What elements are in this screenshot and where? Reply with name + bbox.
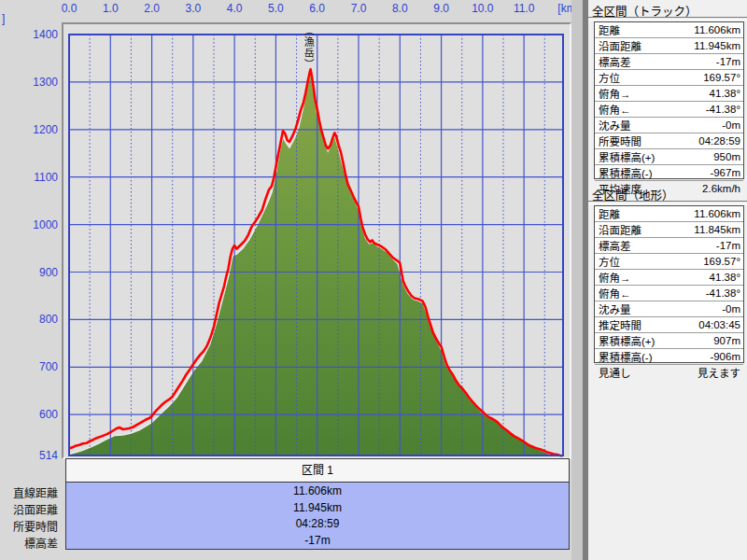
stat-row: 所要時間04:28:59 [595,133,743,149]
section-values: 11.606km11.945km04:28:59-17m [66,483,569,549]
stat-value: 11.606km [694,208,740,219]
section-header[interactable]: 区間 1 [66,459,569,483]
stat-row: 距離11.606km [595,206,743,222]
x-tick-label: 9.0 [426,2,458,15]
track-graph-window: ] 0.01.02.03.04.05.06.07.08.09.010.011.0… [0,0,747,560]
y-tick-label: 800 [4,313,58,326]
stat-label: 累積標高(+) [599,149,655,164]
stat-row: 標高差-17m [595,54,743,70]
stat-row: 俯角→41.38° [595,270,743,286]
peak-annotation: （漁岳） [303,25,314,70]
x-tick-label: 3.0 [177,2,209,15]
stat-value: 見えます [698,365,740,380]
stats-sidebar: 全区間（トラック） 距離11.606km沿面距離11.945km標高差-17m方… [588,0,747,560]
panel-title-track: 全区間（トラック） [592,2,743,17]
stat-value: 907m [713,335,740,346]
stat-value: -967m [710,167,740,178]
stat-value: 11.606km [694,24,740,35]
stat-value: -906m [710,351,740,362]
section-value: 11.945km [66,501,569,514]
stat-label: 俯角← [599,286,631,301]
section-row-label: 直線距離 [0,484,58,500]
x-tick-label: 8.0 [384,2,416,15]
pane-splitter[interactable] [571,0,588,560]
y-tick-label: 1000 [4,218,58,231]
stat-label: 沿面距離 [599,222,641,237]
stat-row: 累積標高(+)950m [595,149,743,165]
y-tick-label: 600 [4,408,58,421]
x-tick-label: 7.0 [343,2,374,15]
elevation-graph-pane: ] 0.01.02.03.04.05.06.07.08.09.010.011.0… [0,0,571,560]
y-tick-label: 900 [4,266,58,279]
x-tick-label: 5.0 [260,2,291,15]
stat-value: 950m [713,151,740,162]
stat-value: 11.845km [694,224,740,235]
y-tick-label: 514 [4,449,58,462]
stat-label: 方位 [599,70,620,85]
stat-value: -0m [722,119,740,131]
x-axis-unit-label: [km] [523,2,579,15]
stat-row: 方位169.57° [595,254,743,270]
stat-label: 俯角→ [599,86,631,101]
elevation-chart-plot[interactable] [62,22,571,459]
panel-separator [588,201,747,204]
stat-value: 04:03:45 [698,319,740,330]
stat-value: -0m [722,303,740,315]
y-tick-label: 1100 [4,171,58,184]
stat-label: 累積標高(+) [599,333,655,348]
section-value: 04:28:59 [66,517,569,530]
stats-table-track: 距離11.606km沿面距離11.945km標高差-17m方位169.57°俯角… [594,21,744,179]
stat-row: 方位169.57° [595,70,743,86]
panel-title-terrain: 全区間（地形） [592,186,743,201]
stat-row: 沿面距離11.945km [595,38,743,54]
stat-value: -17m [716,56,740,67]
stat-row: 見通し見えます [595,365,743,380]
stat-label: 累積標高(-) [599,165,653,180]
x-tick-label: 4.0 [218,2,250,15]
y-tick-label: 1400 [4,28,58,41]
stat-label: 標高差 [599,238,631,253]
stat-value: -41.38° [706,287,740,299]
stat-value: 11.945km [694,40,740,51]
section-row-label: 所要時間 [0,518,58,534]
stat-label: 標高差 [599,54,631,69]
stat-label: 俯角← [599,102,631,117]
stat-label: 俯角→ [599,270,631,285]
stat-label: 距離 [599,206,620,221]
stat-label: 累積標高(-) [599,349,653,364]
elevation-profile-svg [63,24,570,457]
y-tick-label: 1200 [4,123,58,136]
x-tick-label: 10.0 [467,2,499,15]
x-tick-label: 1.0 [94,2,126,15]
stat-value: -17m [716,240,740,251]
stat-label: 見通し [599,365,631,380]
section-summary-table: 区間 1 11.606km11.945km04:28:59-17m [65,458,570,550]
stat-label: 所要時間 [599,133,641,148]
y-axis-unit-clipped: ] [2,12,5,25]
stat-row: 累積標高(-)-906m [595,349,743,365]
stat-row: 標高差-17m [595,238,743,254]
section-value: 11.606km [66,484,569,497]
stat-row: 沈み量-0m [595,118,743,133]
x-tick-label: 6.0 [302,2,333,15]
stat-row: 沿面距離11.845km [595,222,743,238]
stat-value: -41.38° [706,104,740,115]
stat-value: 169.57° [703,256,740,267]
stat-row: 俯角←-41.38° [595,286,743,301]
stat-value: 04:28:59 [698,135,740,147]
y-tick-label: 700 [4,360,58,373]
stat-row: 距離11.606km [595,22,743,38]
stat-label: 沈み量 [599,301,631,316]
stat-label: 方位 [599,254,620,269]
stat-label: 沿面距離 [599,38,641,53]
section-row-label: 標高差 [0,535,58,551]
stat-row: 累積標高(-)-967m [595,165,743,181]
y-tick-label: 1300 [4,76,58,89]
stats-table-terrain: 距離11.606km沿面距離11.845km標高差-17m方位169.57°俯角… [594,205,744,363]
stat-row: 推定時間04:03:45 [595,317,743,333]
stat-label: 距離 [599,22,620,37]
stat-row: 俯角←-41.38° [595,102,743,118]
panel-separator [588,17,747,21]
stat-row: 俯角→41.38° [595,86,743,102]
stat-value: 41.38° [710,272,740,283]
